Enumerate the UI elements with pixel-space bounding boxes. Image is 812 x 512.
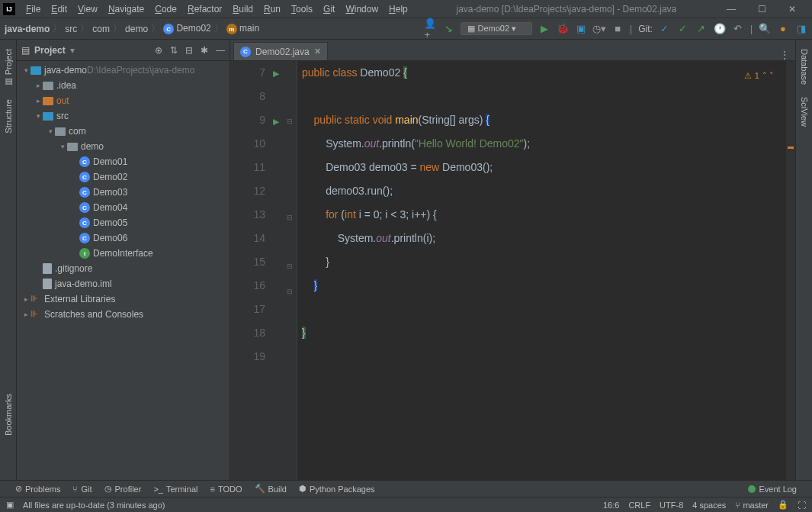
expand-all-icon[interactable]: ⇅ (170, 45, 178, 56)
git-history-icon[interactable]: 🕐 (714, 23, 726, 35)
tree-node[interactable]: java-demo.iml (17, 276, 229, 291)
menu-window[interactable]: Window (341, 2, 383, 16)
tree-node[interactable]: ▸.idea (17, 78, 229, 93)
main-menu: FileEditViewNavigateCodeRefactorBuildRun… (21, 2, 412, 16)
tree-node[interactable]: ▸⊪Scratches and Consoles (17, 307, 229, 322)
project-tool-window: ▤ Project ▾ ⊕ ⇅ ⊟ ✱ — ▾java-demo D:\Idea… (17, 40, 230, 480)
tab-menu-icon[interactable]: ⋮ (780, 50, 789, 60)
tree-node[interactable]: CDemo02 (17, 169, 229, 185)
breadcrumb-item[interactable]: m main (226, 23, 259, 35)
file-encoding[interactable]: UTF-8 (660, 501, 683, 510)
editor-tab-active[interactable]: C Demo02.java ✕ (233, 42, 328, 60)
git-pull-icon[interactable]: ✓ (659, 23, 671, 35)
git-commit-icon[interactable]: ✓ (677, 23, 689, 35)
lock-icon[interactable]: 🔒 (778, 500, 788, 510)
close-button[interactable]: ✕ (782, 4, 803, 14)
left-tool-stripe: ▤ ProjectStructureBookmarks (0, 40, 17, 480)
breadcrumb-item[interactable]: com (92, 24, 110, 34)
add-user-icon[interactable]: 👤+ (424, 23, 436, 35)
tree-node[interactable]: ▾src (17, 108, 229, 124)
breadcrumb-item[interactable]: java-demo (5, 24, 50, 34)
search-icon[interactable]: 🔍 (759, 23, 771, 35)
tree-node[interactable]: ▾com (17, 124, 229, 139)
stop-button[interactable]: ■ (611, 23, 624, 35)
git-revert-icon[interactable]: ↶ (732, 23, 744, 35)
git-push-icon[interactable]: ↗ (695, 23, 708, 35)
breadcrumb-item[interactable]: demo (125, 24, 148, 34)
tree-node[interactable]: CDemo05 (17, 215, 229, 230)
menu-view[interactable]: View (73, 2, 102, 16)
tree-node[interactable]: ▾demo (17, 139, 229, 154)
tree-node[interactable]: ▾java-demo D:\IdeaProjects\java-demo (17, 63, 229, 78)
status-bar: ▣ All files are up-to-date (3 minutes ag… (0, 497, 812, 512)
profile-button[interactable]: ◷▾ (593, 23, 605, 35)
project-view-icon: ▤ (21, 45, 30, 56)
class-icon: C (240, 47, 251, 57)
project-view-dropdown[interactable]: ▾ (70, 45, 75, 56)
debug-button[interactable]: 🐞 (557, 23, 569, 35)
bottom-tab-problems[interactable]: ⊘Problems (15, 484, 60, 494)
tree-node[interactable]: CDemo04 (17, 200, 229, 215)
collapse-all-icon[interactable]: ⊟ (185, 45, 193, 56)
app-logo: IJ (3, 3, 15, 15)
bottom-tab-terminal[interactable]: >_Terminal (153, 485, 197, 494)
menu-refactor[interactable]: Refactor (183, 2, 226, 16)
tree-node[interactable]: ▸out (17, 93, 229, 108)
tree-node[interactable]: CDemo06 (17, 230, 229, 246)
title-bar: IJ FileEditViewNavigateCodeRefactorBuild… (0, 0, 812, 18)
settings-icon[interactable]: ✱ (201, 45, 208, 56)
indent-info[interactable]: 4 spaces (692, 501, 726, 510)
tree-node[interactable]: IDemoInterface (17, 246, 229, 261)
inspection-warning-badge[interactable]: ⚠ 1 ˄ ˅ (744, 64, 774, 88)
tree-node[interactable]: CDemo01 (17, 154, 229, 169)
breadcrumb[interactable]: java-demo〉src〉com〉demo〉C Demo02〉m main (5, 22, 259, 35)
bottom-tab-todo[interactable]: ≡TODO (210, 485, 242, 494)
menu-edit[interactable]: Edit (47, 2, 72, 16)
menu-git[interactable]: Git (319, 2, 339, 16)
run-config-select[interactable]: ▦ Demo02 ▾ (461, 22, 532, 35)
breadcrumb-item[interactable]: src (65, 24, 77, 34)
coverage-button[interactable]: ▣ (575, 23, 587, 35)
tool-tab-structure[interactable]: Structure (2, 93, 15, 140)
bottom-tab-git[interactable]: ⑂Git (72, 485, 91, 494)
editor-tabs: C Demo02.java ✕ ⋮ (230, 40, 795, 61)
window-controls: — ☐ ✕ (721, 4, 809, 14)
error-stripe[interactable] (786, 61, 795, 480)
menu-code[interactable]: Code (150, 2, 181, 16)
sync-icon[interactable]: ↘ (442, 23, 454, 35)
menu-help[interactable]: Help (384, 2, 412, 16)
tree-node[interactable]: CDemo03 (17, 185, 229, 200)
event-log-tab[interactable]: Event Log (748, 485, 797, 494)
maximize-button[interactable]: ☐ (751, 4, 772, 14)
close-tab-icon[interactable]: ✕ (314, 47, 321, 56)
run-button[interactable]: ▶ (538, 23, 550, 35)
tool-tab-bookmarks[interactable]: Bookmarks (2, 388, 15, 442)
git-branch[interactable]: ⑂ master (735, 501, 769, 510)
warning-marker[interactable] (788, 147, 794, 149)
menu-build[interactable]: Build (228, 2, 258, 16)
menu-navigate[interactable]: Navigate (104, 2, 149, 16)
breadcrumb-item[interactable]: C Demo02 (163, 23, 211, 35)
memory-icon[interactable]: ⛶ (798, 501, 806, 510)
tool-tab-sciview[interactable]: SciView (798, 91, 811, 133)
code-editor[interactable]: 78910111213141516171819 ▶ ▶ ⊟ ⊟ ⊟⊟ ⚠ 1 ˄… (230, 61, 795, 480)
tree-node[interactable]: .gitignore (17, 261, 229, 276)
menu-run[interactable]: Run (259, 2, 285, 16)
bottom-tab-python-packages[interactable]: ⬢Python Packages (299, 484, 375, 494)
tool-tab-database[interactable]: Database (798, 43, 811, 91)
project-tree[interactable]: ▾java-demo D:\IdeaProjects\java-demo▸.id… (17, 61, 229, 480)
menu-tools[interactable]: Tools (287, 2, 317, 16)
select-file-icon[interactable]: ⊕ (155, 45, 162, 56)
menu-file[interactable]: File (21, 2, 45, 16)
git-label: Git: (638, 24, 653, 34)
toolbox-icon[interactable]: ◨ (795, 23, 807, 35)
tool-tab-project[interactable]: ▤ Project (1, 43, 15, 93)
hide-icon[interactable]: — (216, 45, 225, 56)
tree-node[interactable]: ▸⊪External Libraries (17, 291, 229, 307)
bottom-tab-profiler[interactable]: ◷Profiler (104, 484, 142, 494)
caret-position[interactable]: 16:6 (603, 501, 619, 510)
bottom-tab-build[interactable]: 🔨Build (255, 484, 287, 494)
minimize-button[interactable]: — (721, 4, 742, 14)
line-separator[interactable]: CRLF (628, 501, 650, 510)
ide-settings-icon[interactable]: ● (777, 23, 789, 35)
